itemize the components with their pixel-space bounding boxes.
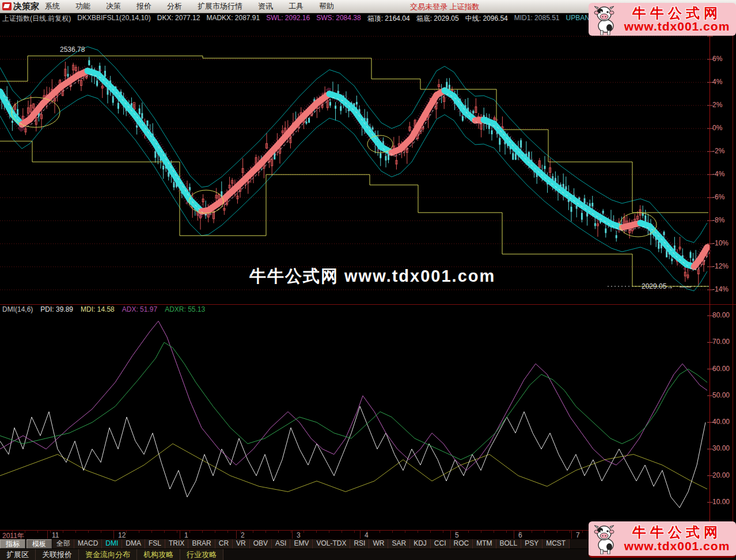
indicator-tab-psy[interactable]: PSY <box>521 539 542 548</box>
indicator-tab-vol-tdx[interactable]: VOL-TDX <box>313 539 350 548</box>
menu-item-function[interactable]: 功能 <box>75 1 90 12</box>
menu-item-decision[interactable]: 决策 <box>106 1 121 12</box>
main-price-chart[interactable] <box>0 23 736 304</box>
month-tick <box>292 531 293 539</box>
month-tick <box>450 531 451 539</box>
dmi-axis-label: 50.00 <box>712 391 735 399</box>
indicator-tab-trix[interactable]: TRIX <box>165 539 188 548</box>
indicator-title-bar: 上证指数(日线.前复权) DKXBBIFSL1(20,14,10) DKX: 2… <box>2 14 614 23</box>
menu-item-tools[interactable]: 工具 <box>289 1 303 12</box>
menu-item-news[interactable]: 资讯 <box>258 1 273 12</box>
indicator-tab-mtm[interactable]: MTM <box>473 539 496 548</box>
indicator-tab-sar[interactable]: SAR <box>388 539 410 548</box>
dmi-axis-label: 70.00 <box>712 338 735 346</box>
timeline-month-label: 3 <box>297 531 301 539</box>
adxr-value: ADXR: 55.13 <box>165 305 205 314</box>
main-axis-label: -14% <box>712 285 735 293</box>
main-axis-label: 2% <box>712 101 735 109</box>
indicator-tab-macd[interactable]: MACD <box>74 539 102 548</box>
main-axis-label: 0% <box>712 124 735 132</box>
extension-tab-关联报价[interactable]: 关联报价 <box>36 549 79 560</box>
app-logo[interactable]: 决策家 <box>2 1 39 12</box>
indicator-tab-cci[interactable]: CCI <box>431 539 450 548</box>
banner-site-name: 牛牛公式网 <box>620 525 734 539</box>
dkx-value: DKX: 2077.12 <box>157 14 200 23</box>
timeline-month-label: 7 <box>576 531 580 539</box>
main-axis-label: -6% <box>712 193 735 201</box>
timeline-month-label: 6 <box>518 531 522 539</box>
tab-指标[interactable]: 指标 <box>0 539 25 548</box>
indicator-tab-boll[interactable]: BOLL <box>496 539 522 548</box>
mid1-value: MID1: 2085.51 <box>514 14 560 23</box>
box-bottom-value: 箱底: 2029.05 <box>416 14 459 23</box>
dmi-axis-label: 80.00 <box>712 311 735 319</box>
extension-tab-资金流向分布[interactable]: 资金流向分布 <box>79 549 137 560</box>
banner-site-name: 牛牛公式网 <box>620 6 734 20</box>
timeline-month-label: 2 <box>241 531 245 539</box>
main-axis-label: -8% <box>712 216 735 224</box>
month-tick <box>47 531 48 539</box>
sws-value: SWS: 2084.38 <box>316 14 361 23</box>
panel-divider <box>0 304 736 305</box>
menu-item-extmarket[interactable]: 扩展市场行情 <box>198 1 242 12</box>
indicator-tab-dmi[interactable]: DMI <box>102 539 122 548</box>
main-axis-label: -10% <box>712 239 735 247</box>
menu-item-system[interactable]: 系统 <box>45 1 60 12</box>
menu-item-help[interactable]: 帮助 <box>319 1 334 12</box>
indicator-tab-fsl[interactable]: FSL <box>145 539 165 548</box>
timeline-month-label: 12 <box>118 531 126 539</box>
indicator-tab-全部[interactable]: 全部 <box>53 539 74 548</box>
main-axis-label: 6% <box>712 55 735 63</box>
dmi-params-label: DMI(14,6) <box>2 305 33 314</box>
indicator-tab-dma[interactable]: DMA <box>122 539 145 548</box>
app-logo-icon <box>2 2 12 10</box>
month-tick <box>180 531 180 539</box>
indicator-tab-vr[interactable]: VR <box>233 539 250 548</box>
dmi-axis-label: 60.00 <box>712 365 735 373</box>
right-edge-line <box>733 23 733 530</box>
ad-banner-bottom[interactable]: 牛牛公式网 www.tdx001.com <box>589 521 736 558</box>
timeline-month-label: 4 <box>365 531 369 539</box>
dmi-axis-label: 20.00 <box>712 471 735 479</box>
extension-tab-机构攻略[interactable]: 机构攻略 <box>137 549 180 560</box>
main-axis-label: 4% <box>712 78 735 86</box>
trade-login-status[interactable]: 交易未登录 上证指数 <box>410 2 480 12</box>
pdi-value: PDI: 39.89 <box>40 305 73 314</box>
ad-banner-top[interactable]: 牛牛公式网 www.tdx001.com <box>589 3 736 36</box>
app-window: 决策家 系统 功能 决策 报价 分析 扩展市场行情 资讯 工具 帮助 交易未登录… <box>0 0 736 560</box>
month-tick <box>514 531 514 539</box>
symbol-period-label: 上证指数(日线.前复权) <box>2 14 71 23</box>
month-tick <box>236 531 237 539</box>
timeline-month-label: 1 <box>184 531 188 539</box>
dmi-indicator-chart[interactable] <box>0 315 736 530</box>
box-bottom-annotation: 2029.05→ <box>642 282 673 290</box>
indicator-tab-roc[interactable]: ROC <box>450 539 473 548</box>
tab-模板[interactable]: 模板 <box>26 539 52 548</box>
extension-tab-扩展区[interactable]: 扩展区 <box>0 549 36 560</box>
madkx-value: MADKX: 2087.91 <box>206 14 260 23</box>
indicator-tab-emv[interactable]: EMV <box>290 539 313 548</box>
high-price-annotation: 2536.78 <box>60 46 85 54</box>
indicator-tab-obv[interactable]: OBV <box>250 539 272 548</box>
right-axis-line <box>710 23 710 539</box>
indicator-tab-rsi[interactable]: RSI <box>350 539 369 548</box>
menu-item-analysis[interactable]: 分析 <box>167 1 182 12</box>
extension-tab-行业攻略[interactable]: 行业攻略 <box>180 549 223 560</box>
banner-site-url: www.tdx001.com <box>620 540 734 553</box>
dmi-axis-label: 30.00 <box>712 444 735 452</box>
timeline-month-label: 5 <box>455 531 459 539</box>
swl-value: SWL: 2092.16 <box>266 14 310 23</box>
dmi-header: DMI(14,6) PDI: 39.89 MDI: 14.58 ADX: 51.… <box>2 305 205 314</box>
month-tick <box>113 531 114 539</box>
mdi-value: MDI: 14.58 <box>81 305 115 314</box>
indicator-tab-wr[interactable]: WR <box>369 539 388 548</box>
indicator-tab-asi[interactable]: ASI <box>272 539 290 548</box>
menu-item-quote[interactable]: 报价 <box>136 1 151 12</box>
indicator-name-label: DKXBBIFSL1(20,14,10) <box>77 14 150 23</box>
timeline-month-label: 11 <box>52 531 59 539</box>
app-logo-label: 决策家 <box>13 1 39 12</box>
indicator-tab-kdj[interactable]: KDJ <box>410 539 431 548</box>
indicator-tab-brar[interactable]: BRAR <box>188 539 215 548</box>
indicator-tab-mcst[interactable]: MCST <box>542 539 570 548</box>
indicator-tab-cr[interactable]: CR <box>215 539 233 548</box>
